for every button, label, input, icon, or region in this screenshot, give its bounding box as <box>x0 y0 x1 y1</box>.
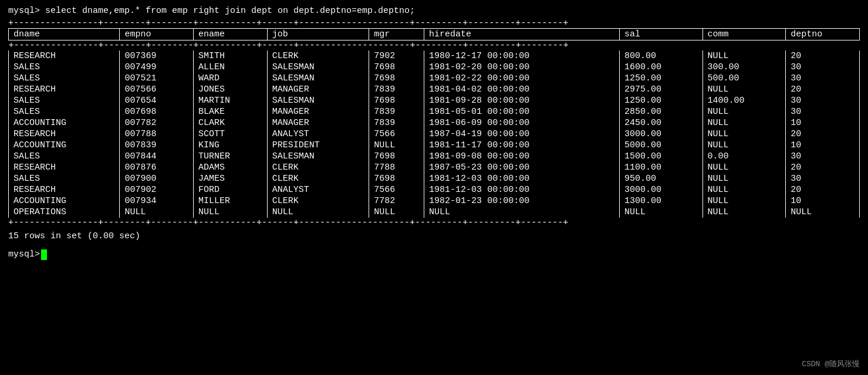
cell-sal: 1250.00 <box>619 95 702 106</box>
table-row: SALES007654MARTINSALESMAN76981981-09-28 … <box>9 95 860 106</box>
cell-sal: NULL <box>619 207 702 218</box>
cell-sal: 3000.00 <box>619 129 702 140</box>
col-header-job: job <box>267 28 369 40</box>
cell-ename: SCOTT <box>194 129 268 140</box>
cell-hiredate: 1981-02-20 00:00:00 <box>424 62 620 73</box>
cell-sal: 1600.00 <box>619 62 702 73</box>
cell-dname: ACCOUNTING <box>9 195 120 207</box>
cell-hiredate: 1981-11-17 00:00:00 <box>424 140 620 151</box>
cell-mgr: 7839 <box>369 84 424 95</box>
cell-deptno: 10 <box>786 140 860 151</box>
table-row: SALES007499ALLENSALESMAN76981981-02-20 0… <box>9 62 860 73</box>
cell-deptno: 30 <box>786 151 860 162</box>
cell-ename: MILLER <box>194 195 268 207</box>
cell-mgr: 7839 <box>369 117 424 129</box>
terminal: mysql> select dname,emp.* from emp right… <box>8 6 860 260</box>
cell-dname: RESEARCH <box>9 129 120 140</box>
cell-hiredate: 1987-04-19 00:00:00 <box>424 129 620 140</box>
cell-deptno: 30 <box>786 95 860 106</box>
cell-mgr: 7698 <box>369 173 424 184</box>
cell-hiredate: 1981-12-03 00:00:00 <box>424 173 620 184</box>
cell-deptno: 10 <box>786 195 860 207</box>
col-header-dname: dname <box>9 28 120 40</box>
cell-deptno: 20 <box>786 50 860 62</box>
cell-deptno: 20 <box>786 129 860 140</box>
cell-hiredate: 1981-09-08 00:00:00 <box>424 151 620 162</box>
cell-dname: SALES <box>9 151 120 162</box>
cell-hiredate: 1981-06-09 00:00:00 <box>424 117 620 129</box>
cell-empno: 007876 <box>120 162 194 173</box>
table-row: SALES007698BLAKEMANAGER78391981-05-01 00… <box>9 106 860 117</box>
result-table: +----------------+--------+--------+----… <box>8 28 860 218</box>
cell-empno: 007788 <box>120 129 194 140</box>
table-row: SALES007844TURNERSALESMAN76981981-09-08 … <box>9 151 860 162</box>
cell-deptno: 30 <box>786 173 860 184</box>
cell-comm: NULL <box>702 50 786 62</box>
cell-job: SALESMAN <box>267 73 369 84</box>
cell-empno: 007782 <box>120 117 194 129</box>
cell-job: MANAGER <box>267 106 369 117</box>
cell-comm: 500.00 <box>702 73 786 84</box>
table-row: RESEARCH007369SMITHCLERK79021980-12-17 0… <box>9 50 860 62</box>
cell-sal: 2450.00 <box>619 117 702 129</box>
table-row: ACCOUNTING007782CLARKMANAGER78391981-06-… <box>9 117 860 129</box>
cell-comm: NULL <box>702 117 786 129</box>
cell-empno: 007499 <box>120 62 194 73</box>
cell-hiredate: 1980-12-17 00:00:00 <box>424 50 620 62</box>
cell-ename: TURNER <box>194 151 268 162</box>
cell-dname: ACCOUNTING <box>9 140 120 151</box>
cell-comm: 300.00 <box>702 62 786 73</box>
cell-ename: WARD <box>194 73 268 84</box>
cell-hiredate: 1981-02-22 00:00:00 <box>424 73 620 84</box>
result-count: 15 rows in set (0.00 sec) <box>8 231 860 241</box>
cell-mgr: NULL <box>369 207 424 218</box>
col-header-sal: sal <box>619 28 702 40</box>
cell-empno: 007839 <box>120 140 194 151</box>
cell-job: CLERK <box>267 173 369 184</box>
cell-deptno: NULL <box>786 207 860 218</box>
cell-hiredate: 1982-01-23 00:00:00 <box>424 195 620 207</box>
cell-hiredate: 1981-05-01 00:00:00 <box>424 106 620 117</box>
bottom-prompt: mysql> <box>8 249 860 260</box>
cell-ename: ADAMS <box>194 162 268 173</box>
cell-comm: 1400.00 <box>702 95 786 106</box>
cell-dname: OPERATIONS <box>9 207 120 218</box>
cell-comm: NULL <box>702 129 786 140</box>
cell-deptno: 20 <box>786 84 860 95</box>
cell-comm: NULL <box>702 162 786 173</box>
col-header-deptno: deptno <box>786 28 860 40</box>
cell-sal: 1500.00 <box>619 151 702 162</box>
header-row: dnameempnoenamejobmgrhiredatesalcommdept… <box>9 28 860 40</box>
table-row: OPERATIONSNULLNULLNULLNULLNULLNULLNULLNU… <box>9 207 860 218</box>
cell-job: SALESMAN <box>267 62 369 73</box>
bottom-separator: +----------------+--------+--------+----… <box>8 218 860 228</box>
cell-hiredate: 1987-05-23 00:00:00 <box>424 162 620 173</box>
cell-sal: 2850.00 <box>619 106 702 117</box>
cell-dname: SALES <box>9 62 120 73</box>
cell-empno: 007521 <box>120 73 194 84</box>
cell-mgr: 7698 <box>369 62 424 73</box>
cell-sal: 2975.00 <box>619 84 702 95</box>
cell-hiredate: 1981-12-03 00:00:00 <box>424 184 620 195</box>
cell-sal: 1300.00 <box>619 195 702 207</box>
cell-comm: NULL <box>702 195 786 207</box>
cell-deptno: 20 <box>786 184 860 195</box>
cell-empno: 007566 <box>120 84 194 95</box>
cell-ename: SMITH <box>194 50 268 62</box>
cell-comm: NULL <box>702 184 786 195</box>
inner-separator: +----------------+--------+--------+----… <box>9 40 860 50</box>
cell-ename: NULL <box>194 207 268 218</box>
cell-job: PRESIDENT <box>267 140 369 151</box>
cell-dname: RESEARCH <box>9 84 120 95</box>
cell-mgr: 7782 <box>369 195 424 207</box>
table-row: ACCOUNTING007934MILLERCLERK77821982-01-2… <box>9 195 860 207</box>
table-row: SALES007900JAMESCLERK76981981-12-03 00:0… <box>9 173 860 184</box>
col-header-hiredate: hiredate <box>424 28 620 40</box>
cell-mgr: 7698 <box>369 73 424 84</box>
cell-job: MANAGER <box>267 84 369 95</box>
cell-sal: 5000.00 <box>619 140 702 151</box>
cell-mgr: 7566 <box>369 184 424 195</box>
cell-ename: FORD <box>194 184 268 195</box>
cell-job: MANAGER <box>267 117 369 129</box>
cell-empno: 007698 <box>120 106 194 117</box>
